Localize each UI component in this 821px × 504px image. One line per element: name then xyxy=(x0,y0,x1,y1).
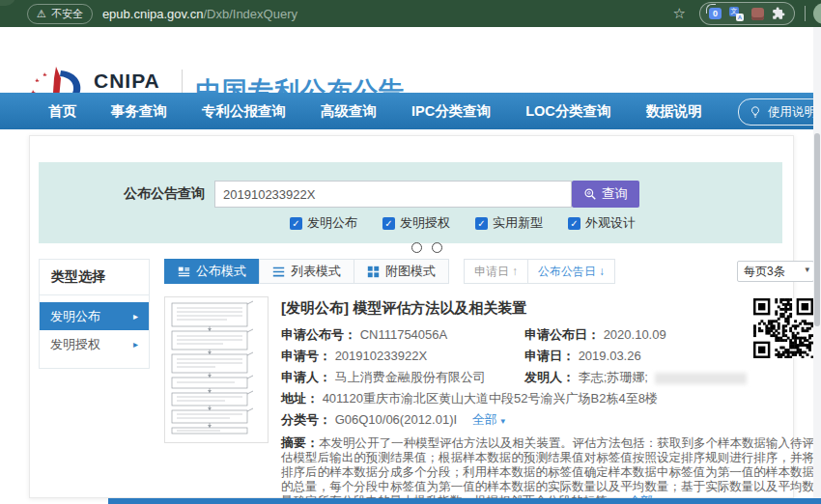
extensions-puzzle-icon[interactable] xyxy=(772,7,785,20)
field-address: 地址： 401120重庆市渝北区黄山大道中段52号渝兴广场B2栋4至8楼 xyxy=(281,391,814,406)
search-label: 公布公告查询 xyxy=(124,185,205,203)
carousel-dot[interactable] xyxy=(411,242,422,253)
sort-controls: 申请日 ↑ 公布公告日 ↓ xyxy=(465,259,615,284)
search-button-label: 查询 xyxy=(602,185,628,203)
sort-by-application-date[interactable]: 申请日 ↑ xyxy=(464,259,528,284)
tab-corner-decoration xyxy=(0,0,15,6)
checkbox-utility-model[interactable]: ✓ 实用新型 xyxy=(475,214,543,232)
tab-label: 公布模式 xyxy=(196,263,246,280)
patent-details: [发明公布] 模型评估方法以及相关装置 申请公布号： CN111754056A … xyxy=(281,296,814,504)
nav-item-advanced-query[interactable]: 高级查询 xyxy=(321,102,377,121)
carousel-dots xyxy=(411,242,442,253)
browser-window: ⚠ 不安全 epub.cnipa.gov.cn/Dxb/IndexQuery ☆… xyxy=(0,0,821,504)
checkbox-label: 外观设计 xyxy=(585,214,636,232)
extensions-pill: 0 文 A xyxy=(699,2,795,25)
tab-figure-mode[interactable]: 附图模式 xyxy=(354,259,449,284)
checkbox-checked-icon: ✓ xyxy=(475,217,488,230)
logo-acronym: CNIPA xyxy=(94,70,175,91)
security-label: 不安全 xyxy=(51,7,83,21)
security-chip[interactable]: ⚠ 不安全 xyxy=(27,4,93,24)
patent-title: [发明公布] 模型评估方法以及相关装置 xyxy=(281,299,814,318)
checkbox-checked-icon: ✓ xyxy=(290,217,302,230)
warning-icon: ⚠ xyxy=(37,9,46,19)
field-ipc-classification: 分类号： G06Q10/06(2012.01)I 全部▼ xyxy=(281,412,814,429)
qr-code xyxy=(753,298,813,358)
lightbulb-icon xyxy=(749,105,762,119)
field-applicant: 申请人： 马上消费金融股份有限公司 xyxy=(281,370,524,384)
search-button[interactable]: 查询 xyxy=(572,181,639,208)
magnifier-icon xyxy=(583,187,597,201)
sort-label: 公布公告日 xyxy=(538,264,596,280)
toolbar-divider xyxy=(805,6,806,21)
nav-item-data-description[interactable]: 数据说明 xyxy=(646,102,702,121)
field-publication-number: 申请公布号： CN111754056A xyxy=(281,327,524,342)
nav-item-gazette-query[interactable]: 专利公报查询 xyxy=(202,102,286,121)
nav-item-ipc-query[interactable]: IPC分类查询 xyxy=(411,102,491,121)
tab-list-mode[interactable]: 列表模式 xyxy=(259,259,354,284)
scrollbar-thumb[interactable] xyxy=(814,133,820,326)
checkbox-checked-icon: ✓ xyxy=(382,217,395,230)
sidebar-item-invention-publication[interactable]: 发明公布 ▸ xyxy=(40,302,149,330)
tab-label: 附图模式 xyxy=(385,263,436,280)
type-filter-checkboxes: ✓ 发明公布 ✓ 发明授权 ✓ 实用新型 ✓ 外观设计 xyxy=(290,214,636,232)
announcement-search-input[interactable] xyxy=(214,181,572,208)
results-toolbar: 公布模式 列表模式 附图模式 申请日 ↑ xyxy=(164,259,814,284)
bookmark-star-icon[interactable]: ☆ xyxy=(673,5,686,22)
extension-icon[interactable] xyxy=(751,8,764,20)
nav-item-home[interactable]: 首页 xyxy=(48,102,76,121)
url-bar[interactable]: epub.cnipa.gov.cn/Dxb/IndexQuery xyxy=(102,7,673,21)
page-size-select[interactable]: 每页3条 xyxy=(737,261,814,282)
sidebar-title: 类型选择 xyxy=(40,260,149,295)
flowchart-figure xyxy=(167,299,260,434)
list-mode-icon xyxy=(272,266,285,278)
chevron-right-icon: ▸ xyxy=(133,311,138,322)
caret-down-icon: ▼ xyxy=(499,417,507,426)
patent-kind-badge: [发明公布] xyxy=(281,299,349,316)
checkbox-design[interactable]: ✓ 外观设计 xyxy=(568,214,636,232)
redaction-blur xyxy=(655,373,747,384)
browser-chrome: ⚠ 不安全 epub.cnipa.gov.cn/Dxb/IndexQuery ☆… xyxy=(0,0,821,27)
sort-label: 申请日 xyxy=(474,264,509,280)
checkbox-invention-publication[interactable]: ✓ 发明公布 xyxy=(290,214,357,232)
patent-fields: 申请公布号： CN111754056A 申请公布日： 2020.10.09 申请… xyxy=(281,327,814,429)
footer-strip xyxy=(108,498,821,504)
publish-mode-icon xyxy=(178,266,190,278)
checkbox-label: 实用新型 xyxy=(493,214,543,232)
sort-by-publication-date[interactable]: 公布公告日 ↓ xyxy=(527,259,615,284)
carousel-dot[interactable] xyxy=(432,242,442,253)
grid-mode-icon xyxy=(367,266,380,278)
sort-desc-icon: ↓ xyxy=(599,265,605,278)
tab-label: 列表模式 xyxy=(291,263,341,280)
patent-result-item: [发明公布] 模型评估方法以及相关装置 申请公布号： CN111754056A … xyxy=(164,296,814,504)
results-area: 公布模式 列表模式 附图模式 申请日 ↑ xyxy=(164,259,814,504)
field-inventor: 发明人： 李志;苏珊娜; xyxy=(524,370,814,384)
site-header: CNIPA 国家知识产权局 中国专利公布公告 xyxy=(0,27,821,93)
tab-publish-mode[interactable]: 公布模式 xyxy=(164,259,260,284)
patent-figure-thumbnail[interactable] xyxy=(164,296,269,443)
ipc-show-all-link[interactable]: 全部▼ xyxy=(472,412,507,427)
sort-asc-icon: ↑ xyxy=(512,265,518,278)
usage-help-button[interactable]: 使用说明 xyxy=(738,98,821,126)
page-scrollbar[interactable] xyxy=(813,27,821,504)
page-size-control: 每页3条 ▾ xyxy=(737,261,814,282)
translate-icon[interactable]: 文 A xyxy=(729,7,744,21)
sidebar-item-label: 发明公布 xyxy=(50,308,100,325)
field-application-number: 申请号： 201910233922X xyxy=(281,349,524,363)
url-path: /Dxb/IndexQuery xyxy=(203,7,297,21)
patent-title-text: 模型评估方法以及相关装置 xyxy=(353,299,526,316)
checkbox-checked-icon: ✓ xyxy=(568,217,580,230)
nav-item-loc-query[interactable]: LOC分类查询 xyxy=(525,102,611,121)
checkbox-invention-grant[interactable]: ✓ 发明授权 xyxy=(382,214,450,232)
translate-en-glyph: A xyxy=(736,14,744,21)
sidebar-item-invention-grant[interactable]: 发明授权 ▸ xyxy=(40,330,149,358)
history-badge-icon[interactable]: 0 xyxy=(709,8,722,19)
nav-item-transaction-query[interactable]: 事务查询 xyxy=(111,102,167,121)
sidebar-item-label: 发明授权 xyxy=(50,336,100,353)
type-sidebar: 类型选择 发明公布 ▸ 发明授权 ▸ xyxy=(39,259,150,369)
profile-avatar[interactable] xyxy=(813,3,821,24)
chevron-right-icon: ▸ xyxy=(133,339,138,350)
url-host: epub.cnipa.gov.cn xyxy=(102,7,204,21)
search-panel: 公布公告查询 查询 ✓ 发明公布 ✓ 发明授权 ✓ 实 xyxy=(39,162,782,243)
patent-abstract: 摘要：本发明公开了一种模型评估方法以及相关装置。评估方法包括：获取到多个样本数据… xyxy=(281,435,814,504)
abstract-text: 本发明公开了一种模型评估方法以及相关装置。评估方法包括：获取到多个样本数据输入待… xyxy=(281,436,814,504)
